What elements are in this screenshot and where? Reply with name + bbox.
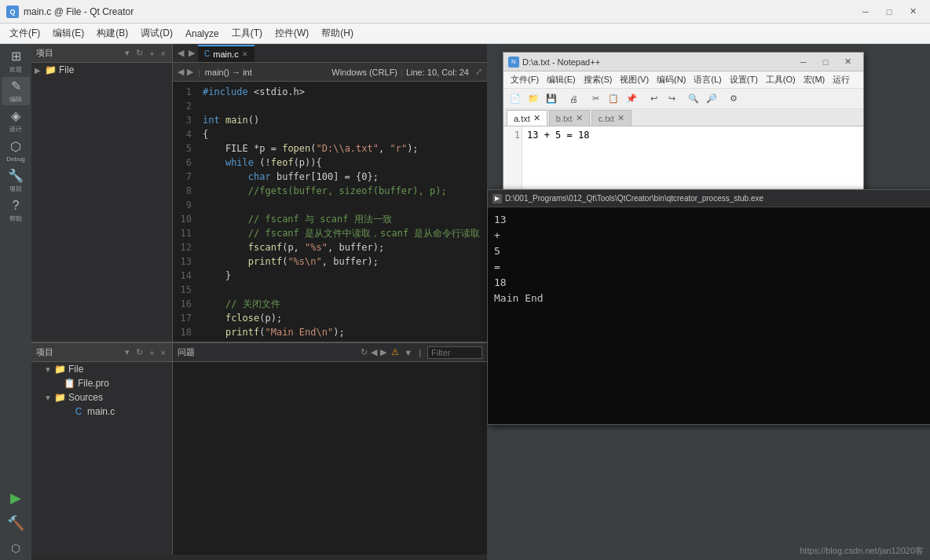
editor-fwd-btn[interactable]: ▶ (187, 67, 193, 77)
sidebar-label-debug: Debug (6, 156, 25, 163)
npp-menu-view[interactable]: 视图(V) (616, 72, 653, 87)
project-filter-btn2[interactable]: ▾ (123, 346, 131, 358)
npp-menu-encoding[interactable]: 编码(N) (653, 72, 690, 87)
npp-menu-file[interactable]: 文件(F) (507, 72, 543, 87)
sidebar-item-project[interactable]: 🔧 项目 (2, 167, 30, 195)
tab-close-btn[interactable]: ✕ (242, 50, 248, 58)
run-stop-button[interactable]: ⬡ (4, 536, 27, 560)
close-button[interactable]: ✕ (902, 3, 924, 20)
npp-save-btn[interactable]: 💾 (543, 91, 560, 107)
problems-separator: | (419, 348, 421, 357)
tree-label-filepro: File.pro (78, 378, 109, 389)
npp-menu-macro[interactable]: 宏(M) (800, 72, 829, 87)
tab-filename: main.c (213, 49, 238, 59)
npp-tab-c[interactable]: c.txt ✕ (591, 110, 632, 126)
npp-print-btn[interactable]: 🖨 (565, 91, 582, 107)
npp-title-bar: N D:\a.txt - Notepad++ ─ □ ✕ (503, 53, 863, 71)
welcome-icon: ⊞ (11, 49, 21, 64)
problems-prev-btn[interactable]: ◀ (371, 347, 377, 357)
npp-close-btn[interactable]: ✕ (837, 53, 859, 71)
code-area[interactable]: 123456789101112131415161718192021 #inclu… (173, 82, 487, 342)
project-add-btn[interactable]: + (148, 48, 156, 59)
watermark: https://blog.csdn.net/jan12020客 (800, 545, 924, 557)
tree-label-sources: Sources (68, 392, 103, 403)
npp-redo-btn[interactable]: ↪ (663, 91, 680, 107)
npp-new-btn[interactable]: 📄 (507, 91, 524, 107)
menu-controls[interactable]: 控件(W) (269, 24, 315, 42)
run-build-button[interactable]: 🔨 (4, 511, 27, 535)
menu-analyze[interactable]: Analyze (179, 26, 225, 42)
sidebar-item-design[interactable]: ◈ 设计 (2, 107, 30, 135)
project-close-btn2[interactable]: × (159, 347, 167, 358)
folder-icon-bottom: 📁 (53, 364, 66, 375)
problems-next-btn[interactable]: ▶ (380, 347, 386, 357)
npp-tab-b-close[interactable]: ✕ (576, 113, 583, 123)
sidebar-label-project: 项目 (9, 185, 22, 193)
menu-tools[interactable]: 工具(T) (225, 24, 269, 42)
menu-bar: 文件(F) 编辑(E) 构建(B) 调试(D) Analyze 工具(T) 控件… (0, 24, 930, 44)
problems-filter-input[interactable] (427, 346, 482, 359)
npp-menu-tools[interactable]: 工具(O) (762, 72, 800, 87)
project-sync-btn[interactable]: ↻ (134, 47, 145, 59)
run-play-button[interactable]: ▶ (4, 486, 27, 510)
npp-tab-c-close[interactable]: ✕ (617, 113, 624, 123)
sidebar-item-welcome[interactable]: ⊞ 欢迎 (2, 47, 30, 75)
npp-undo-btn[interactable]: ↩ (645, 91, 662, 107)
problems-sync-btn[interactable]: ↻ (361, 347, 368, 357)
npp-tab-b[interactable]: b.txt ✕ (549, 110, 590, 126)
tree-filepro[interactable]: ▶ 📋 File.pro (31, 376, 172, 390)
npp-minimize-btn[interactable]: ─ (793, 53, 815, 71)
npp-menu-search[interactable]: 搜索(S) (580, 72, 617, 87)
npp-tab-c-label: c.txt (599, 114, 614, 123)
npp-paste-btn[interactable]: 📌 (623, 91, 640, 107)
npp-zoom-out-btn[interactable]: 🔎 (703, 91, 720, 107)
project-close-btn[interactable]: × (159, 48, 167, 59)
npp-menu-settings[interactable]: 设置(T) (726, 72, 762, 87)
editor-panel: ◀ ▶ C main.c ✕ ◀ ▶ | main() → int (173, 44, 487, 342)
npp-tab-a[interactable]: a.txt ✕ (507, 110, 547, 126)
editor-back-btn[interactable]: ◀ (178, 67, 184, 77)
npp-open-btn[interactable]: 📁 (525, 91, 542, 107)
filepro-icon: 📋 (63, 378, 75, 389)
terminal-content[interactable]: 13 + 5 = 18 Main End (488, 207, 930, 424)
sidebar-item-help[interactable]: ? 帮助 (2, 196, 30, 225)
title-bar: Q main.c @ File - Qt Creator ─ □ ✕ (0, 0, 930, 24)
editor-tab-main[interactable]: C main.c ✕ (198, 45, 254, 62)
minimize-button[interactable]: ─ (855, 3, 877, 20)
project-sync-btn2[interactable]: ↻ (134, 346, 145, 358)
npp-menu-lang[interactable]: 语言(L) (690, 72, 725, 87)
tree-label-mainc: main.c (87, 406, 115, 417)
npp-zoom-in-btn[interactable]: 🔍 (685, 91, 702, 107)
npp-menu-run[interactable]: 运行 (829, 72, 854, 87)
npp-settings-btn[interactable]: ⚙ (725, 91, 742, 107)
menu-build[interactable]: 构建(B) (90, 24, 134, 42)
tree-mainc[interactable]: ▶ C main.c (31, 404, 172, 419)
editor-expand-btn[interactable]: ⤢ (475, 67, 482, 77)
maximize-button[interactable]: □ (878, 3, 900, 20)
project-add-btn2[interactable]: + (148, 347, 156, 358)
npp-copy-btn[interactable]: 📋 (605, 91, 622, 107)
prev-tab-btn[interactable]: ◀ (176, 48, 185, 58)
menu-edit[interactable]: 编辑(E) (46, 24, 90, 42)
sidebar-item-edit[interactable]: ✎ 编辑 (2, 77, 30, 105)
tree-sources[interactable]: ▼ 📁 Sources (31, 390, 172, 404)
right-area: N D:\a.txt - Notepad++ ─ □ ✕ 文件(F) 编辑(E)… (487, 44, 930, 560)
tree-file-root[interactable]: ▶ 📁 File (31, 63, 172, 77)
sidebar-item-debug[interactable]: ⬡ Debug (2, 137, 30, 165)
npp-maximize-btn[interactable]: □ (815, 53, 837, 71)
project-filter-btn[interactable]: ▾ (123, 47, 131, 59)
npp-menu-edit[interactable]: 编辑(E) (543, 72, 580, 87)
code-content[interactable]: #include <stdio.h> int main() { FILE *p … (196, 82, 487, 342)
next-tab-btn[interactable]: ▶ (187, 48, 196, 58)
npp-cut-btn[interactable]: ✂ (587, 91, 604, 107)
help-icon: ? (13, 199, 20, 213)
problems-panel: 问题 ↻ ◀ ▶ ⚠ ▼ | (173, 343, 487, 555)
menu-help[interactable]: 帮助(H) (315, 24, 360, 42)
npp-tab-a-close[interactable]: ✕ (533, 113, 540, 123)
menu-file[interactable]: 文件(F) (3, 24, 46, 42)
problems-filter-icon: ▼ (404, 348, 412, 357)
npp-app-icon: N (508, 57, 519, 68)
tab-lang-icon: C (204, 49, 210, 58)
menu-debug[interactable]: 调试(D) (134, 24, 179, 42)
tree-file-bottom[interactable]: ▼ 📁 File (31, 362, 172, 376)
